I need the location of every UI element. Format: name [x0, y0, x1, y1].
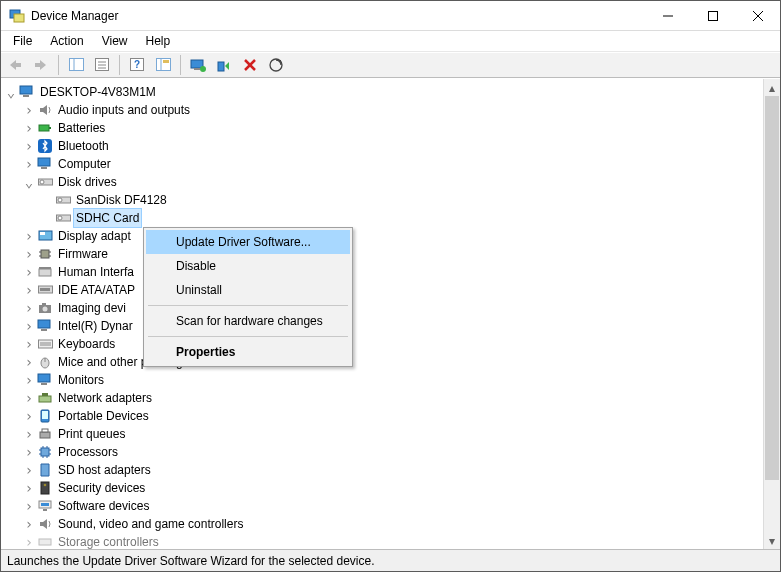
vertical-scrollbar[interactable]: ▴ ▾: [763, 79, 780, 549]
separator: [119, 55, 120, 75]
minimize-button[interactable]: [645, 1, 690, 30]
tree-item-processors[interactable]: ›Processors: [21, 443, 761, 461]
tree-item-sdhc[interactable]: SDHC Card: [39, 209, 761, 227]
expand-icon[interactable]: ›: [21, 137, 37, 155]
expand-icon[interactable]: ›: [21, 479, 37, 497]
expand-icon[interactable]: ›: [21, 443, 37, 461]
collapse-icon[interactable]: ⌄: [21, 173, 37, 191]
svg-rect-31: [38, 158, 50, 166]
svg-rect-81: [43, 509, 47, 511]
scroll-down-icon[interactable]: ▾: [764, 532, 780, 549]
menu-file[interactable]: File: [5, 32, 40, 50]
bluetooth-icon: [37, 138, 53, 154]
tree-label: Security devices: [56, 479, 147, 497]
tree-item-portable[interactable]: ›Portable Devices: [21, 407, 761, 425]
tree-label: IDE ATA/ATAP: [56, 281, 137, 299]
tree-root[interactable]: ⌄ DESKTOP-4V83M1M: [3, 83, 761, 101]
expand-icon[interactable]: ›: [21, 515, 37, 533]
svg-rect-1: [14, 14, 24, 22]
cpu-icon: [37, 444, 53, 460]
expand-icon[interactable]: ›: [21, 407, 37, 425]
action-toolbar-button[interactable]: [151, 54, 175, 76]
svg-rect-8: [69, 59, 83, 71]
svg-rect-53: [38, 320, 50, 328]
properties-toolbar-button[interactable]: [90, 54, 114, 76]
expand-icon[interactable]: ›: [21, 461, 37, 479]
enable-toolbar-button[interactable]: [212, 54, 236, 76]
expand-icon[interactable]: ›: [21, 263, 37, 281]
tree-item-diskdrives[interactable]: ⌄Disk drives: [21, 173, 761, 191]
context-scan-hardware[interactable]: Scan for hardware changes: [146, 309, 350, 333]
scroll-thumb[interactable]: [765, 96, 779, 480]
portable-icon: [37, 408, 53, 424]
svg-rect-55: [38, 340, 52, 348]
expand-icon[interactable]: ›: [21, 533, 37, 549]
svg-rect-82: [39, 539, 51, 545]
tree-item-imaging[interactable]: ›Imaging devi: [21, 299, 761, 317]
tree-item-monitors[interactable]: ›Monitors: [21, 371, 761, 389]
tree-item-sandisk[interactable]: SanDisk DF4128: [39, 191, 761, 209]
disk-icon: [37, 174, 53, 190]
context-properties[interactable]: Properties: [146, 340, 350, 364]
maximize-button[interactable]: [690, 1, 735, 30]
expand-icon[interactable]: ›: [21, 119, 37, 137]
expand-icon[interactable]: ›: [21, 317, 37, 335]
tree-item-firmware[interactable]: ›Firmware: [21, 245, 761, 263]
tree-item-computer[interactable]: ›Computer: [21, 155, 761, 173]
context-update-driver[interactable]: Update Driver Software...: [146, 230, 350, 254]
expand-icon[interactable]: ›: [21, 281, 37, 299]
expand-icon[interactable]: ›: [21, 335, 37, 353]
expand-icon[interactable]: ›: [21, 299, 37, 317]
tree-item-software[interactable]: ›Software devices: [21, 497, 761, 515]
svg-rect-22: [218, 62, 224, 71]
collapse-icon[interactable]: ⌄: [3, 83, 19, 101]
tree-item-display[interactable]: ›Display adapt: [21, 227, 761, 245]
expand-icon[interactable]: ›: [21, 497, 37, 515]
scan-hardware-toolbar-button[interactable]: [264, 54, 288, 76]
tree-item-network[interactable]: ›Network adapters: [21, 389, 761, 407]
tree-label: Imaging devi: [56, 299, 128, 317]
svg-rect-49: [40, 288, 50, 291]
help-toolbar-button[interactable]: ?: [125, 54, 149, 76]
expand-icon[interactable]: ›: [21, 155, 37, 173]
tree-item-sdhost[interactable]: ›SD host adapters: [21, 461, 761, 479]
menu-help[interactable]: Help: [138, 32, 179, 50]
uninstall-toolbar-button[interactable]: [238, 54, 262, 76]
menu-view[interactable]: View: [94, 32, 136, 50]
tree-item-mice[interactable]: ›Mice and other pointing devices: [21, 353, 761, 371]
tree-item-hid[interactable]: ›Human Interfa: [21, 263, 761, 281]
context-disable[interactable]: Disable: [146, 254, 350, 278]
separator: [148, 336, 348, 337]
tree-item-ide[interactable]: ›IDE ATA/ATAP: [21, 281, 761, 299]
menu-action[interactable]: Action: [42, 32, 91, 50]
expand-icon[interactable]: ›: [21, 227, 37, 245]
tree-item-intel[interactable]: ›Intel(R) Dynar: [21, 317, 761, 335]
forward-button[interactable]: [29, 54, 53, 76]
close-button[interactable]: [735, 1, 780, 30]
tree-item-keyboards[interactable]: ›Keyboards: [21, 335, 761, 353]
expand-icon[interactable]: ›: [21, 101, 37, 119]
tree-item-security[interactable]: ›Security devices: [21, 479, 761, 497]
device-tree[interactable]: ⌄ DESKTOP-4V83M1M ›Audio inputs and outp…: [1, 79, 763, 549]
tree-item-sound[interactable]: ›Sound, video and game controllers: [21, 515, 761, 533]
expand-icon[interactable]: ›: [21, 425, 37, 443]
tree-item-audio[interactable]: ›Audio inputs and outputs: [21, 101, 761, 119]
expand-icon[interactable]: ›: [21, 245, 37, 263]
expand-icon[interactable]: ›: [21, 371, 37, 389]
scroll-up-icon[interactable]: ▴: [764, 79, 780, 96]
scroll-track[interactable]: [764, 96, 780, 532]
speaker-icon: [37, 102, 53, 118]
back-button[interactable]: [3, 54, 27, 76]
expand-icon[interactable]: ›: [21, 353, 37, 371]
show-hide-tree-button[interactable]: [64, 54, 88, 76]
expand-icon[interactable]: ›: [21, 389, 37, 407]
monitor-icon: [37, 372, 53, 388]
tree-item-batteries[interactable]: ›Batteries: [21, 119, 761, 137]
tree-label: SanDisk DF4128: [74, 191, 169, 209]
tree-item-bluetooth[interactable]: ›Bluetooth: [21, 137, 761, 155]
update-driver-toolbar-button[interactable]: [186, 54, 210, 76]
tree-item-printqueues[interactable]: ›Print queues: [21, 425, 761, 443]
svg-rect-65: [42, 411, 48, 419]
context-uninstall[interactable]: Uninstall: [146, 278, 350, 302]
tree-item-storage[interactable]: ›Storage controllers: [21, 533, 761, 549]
